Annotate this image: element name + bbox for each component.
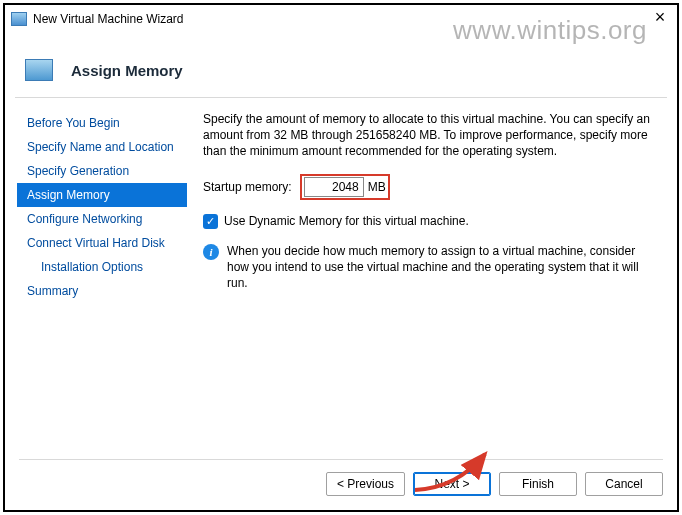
wizard-header: Assign Memory <box>19 47 663 93</box>
step-summary[interactable]: Summary <box>17 279 187 303</box>
step-specify-generation[interactable]: Specify Generation <box>17 159 187 183</box>
window-title: New Virtual Machine Wizard <box>33 12 184 26</box>
description-text: Specify the amount of memory to allocate… <box>203 111 657 160</box>
wizard-steps: Before You Begin Specify Name and Locati… <box>17 105 187 450</box>
step-before-you-begin[interactable]: Before You Begin <box>17 111 187 135</box>
step-configure-networking[interactable]: Configure Networking <box>17 207 187 231</box>
info-icon: i <box>203 244 219 260</box>
step-installation-options[interactable]: Installation Options <box>17 255 187 279</box>
startup-memory-highlight: MB <box>300 174 390 200</box>
dynamic-memory-row: ✓ Use Dynamic Memory for this virtual ma… <box>203 214 657 229</box>
info-text: When you decide how much memory to assig… <box>227 243 657 292</box>
dynamic-memory-checkbox[interactable]: ✓ <box>203 214 218 229</box>
startup-memory-label: Startup memory: <box>203 180 292 194</box>
step-assign-memory[interactable]: Assign Memory <box>17 183 187 207</box>
close-icon[interactable]: × <box>649 8 671 28</box>
cancel-button[interactable]: Cancel <box>585 472 663 496</box>
previous-button[interactable]: < Previous <box>326 472 405 496</box>
startup-memory-input[interactable] <box>304 177 364 197</box>
wizard-icon <box>25 59 53 81</box>
startup-memory-row: Startup memory: MB <box>203 174 657 200</box>
next-button[interactable]: Next > <box>413 472 491 496</box>
main-panel: Specify the amount of memory to allocate… <box>187 105 665 450</box>
startup-memory-unit: MB <box>368 180 386 194</box>
step-connect-virtual-hard-disk[interactable]: Connect Virtual Hard Disk <box>17 231 187 255</box>
step-specify-name-location[interactable]: Specify Name and Location <box>17 135 187 159</box>
button-bar: < Previous Next > Finish Cancel <box>19 459 663 496</box>
header-divider <box>15 97 667 98</box>
page-title: Assign Memory <box>71 62 183 79</box>
dynamic-memory-label: Use Dynamic Memory for this virtual mach… <box>224 214 469 228</box>
titlebar: New Virtual Machine Wizard <box>5 5 677 33</box>
app-icon <box>11 12 27 26</box>
finish-button[interactable]: Finish <box>499 472 577 496</box>
info-row: i When you decide how much memory to ass… <box>203 243 657 292</box>
